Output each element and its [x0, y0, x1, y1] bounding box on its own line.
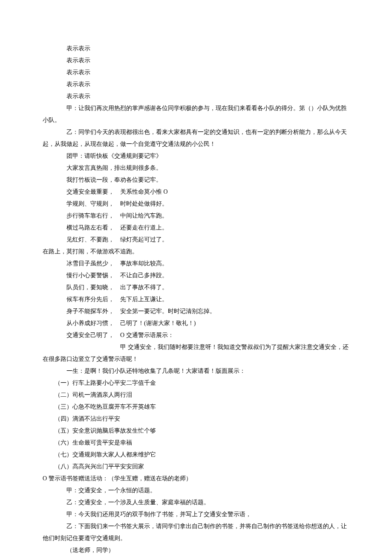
rhyme-left: 见红灯、不要跑， — [66, 234, 120, 246]
rhyme-right: O 交通警示语展示： — [120, 329, 349, 341]
rhyme-pair: 身子不能探车外， 安全第一要记牢。时时记清别忘掉。 — [43, 305, 349, 317]
rhyme-left: 交通安全己明了， — [66, 329, 120, 341]
rhyme-pair: 队员们，要知晓， 出了事故不得了。 — [43, 282, 349, 293]
repeat-line: 表示表示 — [43, 90, 349, 102]
speaker-jia-3: 甲：今天我们还用灵巧的双手制作了书签，并写上了交通安全警示语， — [43, 509, 349, 520]
warning-item: （二）司机一滴酒亲人两行泪 — [43, 389, 349, 401]
rhyme-left: 从小养成好习惯， — [66, 317, 120, 329]
warning-item: （六）生命最可贵平安是幸福 — [43, 437, 349, 449]
rhyme-left: 身子不能探车外， — [66, 305, 120, 317]
repeat-line: 表示表示 — [43, 67, 349, 78]
warning-item: （八）高高兴兴出门平平安安回家 — [43, 461, 349, 473]
rhyme-left: 步行骑车靠右行， — [66, 210, 120, 222]
rhyme-pair: 交通安全己明了， O 交通警示语展示： — [43, 329, 349, 341]
rhyme-left: 队员们，要知晓， — [66, 282, 120, 293]
rhyme-right: 安全第一要记牢。时时记清别忘掉。 — [120, 305, 349, 317]
rhyme-right: 还要走在行道上。 — [120, 222, 349, 234]
tuanjia-line: 团甲：请听快板《交通规则要记牢》 — [43, 150, 349, 162]
repeat-line: 表示表示 — [43, 78, 349, 90]
speaker-jia-2: 甲：交通安全，一个永恒的话题。 — [43, 485, 349, 497]
warning-item: （三）心急不吃热豆腐开车不开英雄车 — [43, 401, 349, 413]
rhyme-left: 学规则、守规则， — [66, 198, 120, 210]
rhyme-right: 时时处处做得好。 — [120, 198, 349, 210]
rhyme-pair: 步行骑车靠右行， 中间让给汽车跑。 — [43, 210, 349, 222]
rhyme-pair: 候车有序分先后， 先下后上互谦让。 — [43, 293, 349, 305]
rhyme-line-mid: 在路上，莫打闹，不做游戏不追跑。 — [43, 246, 349, 258]
rhyme-right: 出了事故不得了。 — [120, 282, 349, 293]
rhyme-pair: 慢行小心要警惕， 不让自己多摔跤。 — [43, 270, 349, 282]
rhyme-left: 候车有序分先后， — [66, 293, 120, 305]
repeat-line: 表示表示 — [43, 55, 349, 67]
rhyme-left: 冰雪日子虽然少， — [66, 258, 120, 270]
warning-item: （五）安全意识抛脑后事故发生忙个够 — [43, 425, 349, 437]
rhyme-line: 大家发言真热闹，排出规则很多条。 — [43, 162, 349, 174]
speaker-jia-1: 甲：让我们再次用热烈的掌声感谢各位同学积极的参与，现在我们来看看各小队的得分。第… — [43, 102, 349, 126]
repeat-line: 表示表示 — [43, 43, 349, 55]
speaker-yi-1: 乙：同学们今天的表现都很出色，看来大家都具有一定的交通知识，也有一定的判断分析能… — [43, 126, 349, 150]
rhyme-right: 中间让给汽车跑。 — [120, 210, 349, 222]
rhyme-left: 交通安全最重要， — [66, 186, 120, 198]
rhyme-pair: 从小养成好习惯， 己明了！(谢谢大家！敬礼！) — [43, 317, 349, 329]
warning-item: （七）交通规则靠大家人人都来维护它 — [43, 449, 349, 461]
yisheng-line: 一生：是啊！我们小队还特地收集了几条呢！大家请看！版面展示： — [43, 365, 349, 377]
rhyme-right: 不让自己多摔跤。 — [120, 270, 349, 282]
rhyme-pair: 交通安全最重要， 关系性命莫小惟 O — [43, 186, 349, 198]
rhyme-right: 绿灯亮起可过了。 — [120, 234, 349, 246]
rhyme-left: 慢行小心要警惕， — [66, 270, 120, 282]
rhyme-pair: 冰雪日子虽然少， 事故率却比较高。 — [43, 258, 349, 270]
jia-traffic-line: 甲 交通安全，我们随时都要注意呀！我知道交警叔叔们为了提醒大家注意交通安全，还在… — [43, 341, 349, 365]
send-line: （送老师，同学） — [43, 544, 349, 555]
rhyme-right: 己明了！(谢谢大家！敬礼！) — [120, 317, 349, 329]
bookmark-title: O 警示语书签赠送活动：（学生互赠，赠送在场的老师） — [43, 473, 349, 485]
speaker-yi-3: 乙：下面我们来一个书签大展示，请同学们拿出自己制作的书签，并将自己制作的书签送给… — [43, 520, 349, 544]
rhyme-right: 事故率却比较高。 — [120, 258, 349, 270]
warning-item: （四）滴酒不沾出行平安 — [43, 413, 349, 425]
rhyme-line: 我打竹板说一段，奉劝各位要记牢。 — [43, 174, 349, 186]
rhyme-right: 关系性命莫小惟 O — [120, 186, 349, 198]
warning-item: （一）行车上路要小心平安二字值千金 — [43, 377, 349, 389]
rhyme-pair: 见红灯、不要跑， 绿灯亮起可过了。 — [43, 234, 349, 246]
rhyme-right: 先下后上互谦让。 — [120, 293, 349, 305]
rhyme-left: 横过马路左右看， — [66, 222, 120, 234]
rhyme-pair: 学规则、守规则， 时时处处做得好。 — [43, 198, 349, 210]
speaker-yi-2: 乙：交通安全，一个涉及人生质量、家庭幸福的话题。 — [43, 497, 349, 509]
rhyme-pair: 横过马路左右看， 还要走在行道上。 — [43, 222, 349, 234]
